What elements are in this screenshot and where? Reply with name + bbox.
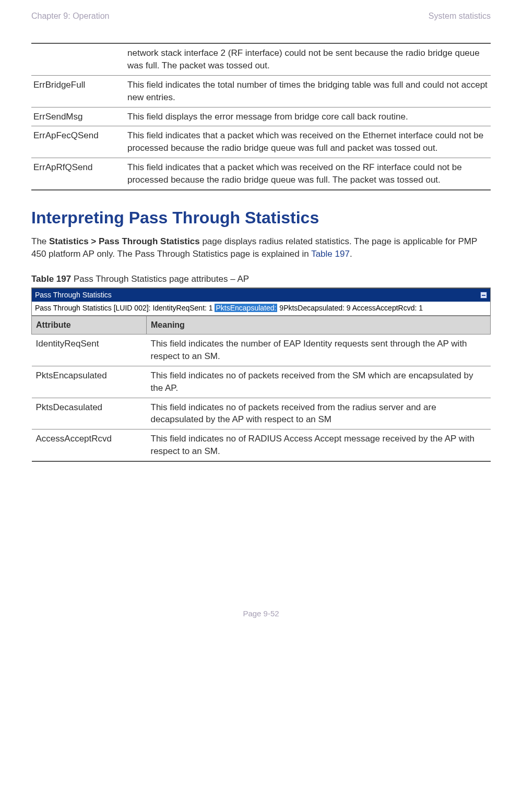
desc-cell: This field indicates the total number of… [125, 75, 491, 107]
page-footer: Page 9-52 [31, 608, 491, 619]
panel-title: Pass Through Statistics [35, 290, 112, 301]
attr-cell: PktsEncapsulated [32, 366, 147, 398]
desc-cell: This field indicates that a packet which… [125, 158, 491, 189]
attr-cell: ErrBridgeFull [31, 75, 125, 107]
table-row: ErrSendMsg This field displays the error… [31, 107, 491, 126]
table-row: AccessAcceptRcvdThis field indicates no … [32, 429, 491, 461]
col-header-meaning: Meaning [147, 316, 491, 334]
table-row: PktsDecasulatedThis field indicates no o… [32, 398, 491, 429]
table-row: ErrBridgeFullThis field indicates the to… [31, 75, 491, 107]
table-row: IdentityReqSentThis field indicates the … [32, 335, 491, 366]
table-header-row: Attribute Meaning [32, 316, 491, 334]
breadcrumb-text: Statistics > Pass Through Statistics [49, 236, 200, 246]
para-text: . [350, 249, 352, 259]
header-right: System statistics [429, 10, 491, 22]
table-row: ErrApFecQSendThis field indicates that a… [31, 126, 491, 158]
definition-table-1: network stack interface 2 (RF interface)… [31, 43, 491, 190]
section-heading: Interpreting Pass Through Statistics [31, 206, 491, 230]
panel-header: Pass Through Statistics [32, 289, 490, 302]
table-row: PktsEncapsulatedThis field indicates no … [32, 366, 491, 398]
desc-cell: This field indicates that a packet which… [125, 126, 491, 158]
table-row: ErrApRfQSendThis field indicates that a … [31, 158, 491, 189]
attr-cell: ErrSendMsg [31, 107, 125, 126]
page-header: Chapter 9: Operation System statistics [31, 10, 491, 22]
collapse-icon[interactable] [480, 292, 487, 298]
panel-body: Pass Through Statistics [LUID 002]: Iden… [32, 302, 490, 315]
desc-cell: This field indicates the number of EAP I… [147, 335, 491, 366]
header-left: Chapter 9: Operation [31, 10, 109, 22]
stats-panel: Pass Through Statistics Pass Through Sta… [31, 288, 491, 316]
panel-highlight: PktsEncapsulated: [215, 304, 277, 312]
panel-text: 9PktsDecapsulated: 9 AccessAcceptRcvd: 1 [277, 304, 423, 312]
caption-text: Pass Through Statistics page attributes … [71, 274, 249, 284]
attr-cell: PktsDecasulated [32, 398, 147, 429]
table-row: network stack interface 2 (RF interface)… [31, 43, 491, 75]
table-caption: Table 197 Pass Through Statistics page a… [31, 273, 491, 285]
caption-number: Table 197 [31, 274, 71, 284]
attribute-table: Attribute Meaning IdentityReqSentThis fi… [31, 316, 491, 462]
table-xref[interactable]: Table 197 [311, 249, 350, 259]
desc-cell: This field indicates no of packets recei… [147, 366, 491, 398]
desc-cell: This field indicates no of packets recei… [147, 398, 491, 429]
attr-cell: IdentityReqSent [32, 335, 147, 366]
section-paragraph: The Statistics > Pass Through Statistics… [31, 235, 491, 260]
desc-cell: This field displays the error message fr… [125, 107, 491, 126]
panel-text: Pass Through Statistics [LUID 002]: Iden… [35, 304, 215, 312]
desc-cell: This field indicates no of RADIUS Access… [147, 429, 491, 461]
col-header-attribute: Attribute [32, 316, 147, 334]
attr-cell: AccessAcceptRcvd [32, 429, 147, 461]
para-text: The [31, 236, 49, 246]
attr-cell: ErrApFecQSend [31, 126, 125, 158]
attr-cell: ErrApRfQSend [31, 158, 125, 189]
desc-cell: network stack interface 2 (RF interface)… [125, 43, 491, 75]
attr-cell [31, 43, 125, 75]
